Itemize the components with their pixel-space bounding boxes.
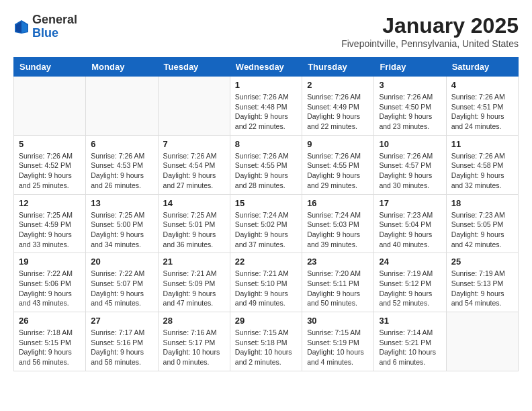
day-info: Sunrise: 7:22 AM Sunset: 5:06 PM Dayligh… <box>19 269 81 308</box>
calendar-cell: 13Sunrise: 7:25 AM Sunset: 5:00 PM Dayli… <box>86 194 158 253</box>
calendar-table: SundayMondayTuesdayWednesdayThursdayFrid… <box>13 57 519 371</box>
calendar-header-row: SundayMondayTuesdayWednesdayThursdayFrid… <box>14 58 519 77</box>
day-info: Sunrise: 7:26 AM Sunset: 4:57 PM Dayligh… <box>379 151 441 191</box>
calendar-cell <box>86 77 158 136</box>
day-number: 15 <box>235 198 297 208</box>
day-number: 22 <box>235 257 297 267</box>
day-number: 20 <box>91 257 152 267</box>
day-number: 6 <box>91 139 152 149</box>
calendar-cell: 31Sunrise: 7:14 AM Sunset: 5:21 PM Dayli… <box>374 312 446 371</box>
calendar-cell: 12Sunrise: 7:25 AM Sunset: 4:59 PM Dayli… <box>14 194 86 253</box>
calendar-header-wednesday: Wednesday <box>230 58 302 77</box>
day-number: 18 <box>451 198 513 208</box>
logo-icon <box>13 19 30 35</box>
day-number: 17 <box>379 198 441 208</box>
calendar-cell: 6Sunrise: 7:26 AM Sunset: 4:53 PM Daylig… <box>86 135 158 194</box>
calendar-cell: 3Sunrise: 7:26 AM Sunset: 4:50 PM Daylig… <box>374 77 446 136</box>
calendar-week-1: 1Sunrise: 7:26 AM Sunset: 4:48 PM Daylig… <box>14 77 519 136</box>
calendar-cell: 1Sunrise: 7:26 AM Sunset: 4:48 PM Daylig… <box>230 77 302 136</box>
logo-text: General Blue <box>32 13 77 40</box>
day-number: 24 <box>379 257 441 267</box>
day-info: Sunrise: 7:17 AM Sunset: 5:16 PM Dayligh… <box>91 328 152 367</box>
page: General Blue January 2025 Fivepointville… <box>0 0 532 378</box>
calendar-cell: 11Sunrise: 7:26 AM Sunset: 4:58 PM Dayli… <box>446 135 518 194</box>
day-info: Sunrise: 7:24 AM Sunset: 5:02 PM Dayligh… <box>235 210 297 250</box>
day-number: 23 <box>307 257 369 267</box>
day-info: Sunrise: 7:15 AM Sunset: 5:19 PM Dayligh… <box>307 328 369 367</box>
calendar-cell <box>446 312 518 371</box>
day-number: 4 <box>451 80 513 90</box>
day-info: Sunrise: 7:23 AM Sunset: 5:04 PM Dayligh… <box>379 210 441 250</box>
calendar-cell: 14Sunrise: 7:25 AM Sunset: 5:01 PM Dayli… <box>158 194 230 253</box>
calendar-week-3: 12Sunrise: 7:25 AM Sunset: 4:59 PM Dayli… <box>14 194 519 253</box>
calendar-cell: 22Sunrise: 7:21 AM Sunset: 5:10 PM Dayli… <box>230 253 302 312</box>
day-info: Sunrise: 7:14 AM Sunset: 5:21 PM Dayligh… <box>379 328 441 367</box>
calendar-cell: 26Sunrise: 7:18 AM Sunset: 5:15 PM Dayli… <box>14 312 86 371</box>
calendar-cell: 30Sunrise: 7:15 AM Sunset: 5:19 PM Dayli… <box>302 312 374 371</box>
day-number: 30 <box>307 316 369 326</box>
header: General Blue January 2025 Fivepointville… <box>13 13 519 49</box>
day-info: Sunrise: 7:26 AM Sunset: 4:55 PM Dayligh… <box>307 151 369 191</box>
calendar-header-monday: Monday <box>86 58 158 77</box>
day-info: Sunrise: 7:24 AM Sunset: 5:03 PM Dayligh… <box>307 210 369 250</box>
day-number: 16 <box>307 198 369 208</box>
day-number: 28 <box>163 316 225 326</box>
day-number: 3 <box>379 80 441 90</box>
logo-general-text: General <box>32 13 77 27</box>
calendar-cell: 5Sunrise: 7:26 AM Sunset: 4:52 PM Daylig… <box>14 135 86 194</box>
logo-blue-text: Blue <box>32 27 77 40</box>
day-number: 19 <box>19 257 81 267</box>
calendar-week-2: 5Sunrise: 7:26 AM Sunset: 4:52 PM Daylig… <box>14 135 519 194</box>
day-info: Sunrise: 7:19 AM Sunset: 5:13 PM Dayligh… <box>451 269 513 308</box>
day-info: Sunrise: 7:22 AM Sunset: 5:07 PM Dayligh… <box>91 269 152 308</box>
calendar-cell: 4Sunrise: 7:26 AM Sunset: 4:51 PM Daylig… <box>446 77 518 136</box>
calendar-cell: 24Sunrise: 7:19 AM Sunset: 5:12 PM Dayli… <box>374 253 446 312</box>
title-block: January 2025 Fivepointville, Pennsylvani… <box>341 13 519 49</box>
day-info: Sunrise: 7:16 AM Sunset: 5:17 PM Dayligh… <box>163 328 225 367</box>
location: Fivepointville, Pennsylvania, United Sta… <box>341 38 519 49</box>
day-number: 5 <box>19 139 81 149</box>
day-info: Sunrise: 7:18 AM Sunset: 5:15 PM Dayligh… <box>19 328 81 367</box>
calendar-cell: 28Sunrise: 7:16 AM Sunset: 5:17 PM Dayli… <box>158 312 230 371</box>
day-info: Sunrise: 7:25 AM Sunset: 4:59 PM Dayligh… <box>19 210 81 250</box>
day-info: Sunrise: 7:21 AM Sunset: 5:09 PM Dayligh… <box>163 269 225 308</box>
calendar-cell: 8Sunrise: 7:26 AM Sunset: 4:55 PM Daylig… <box>230 135 302 194</box>
day-info: Sunrise: 7:25 AM Sunset: 5:01 PM Dayligh… <box>163 210 225 250</box>
calendar-header-sunday: Sunday <box>14 58 86 77</box>
calendar-cell: 2Sunrise: 7:26 AM Sunset: 4:49 PM Daylig… <box>302 77 374 136</box>
day-number: 8 <box>235 139 297 149</box>
calendar-cell: 16Sunrise: 7:24 AM Sunset: 5:03 PM Dayli… <box>302 194 374 253</box>
day-number: 2 <box>307 80 369 90</box>
day-info: Sunrise: 7:26 AM Sunset: 4:50 PM Dayligh… <box>379 92 441 132</box>
day-number: 1 <box>235 80 297 90</box>
calendar-cell: 15Sunrise: 7:24 AM Sunset: 5:02 PM Dayli… <box>230 194 302 253</box>
day-info: Sunrise: 7:25 AM Sunset: 5:00 PM Dayligh… <box>91 210 152 250</box>
calendar-header-tuesday: Tuesday <box>158 58 230 77</box>
day-number: 14 <box>163 198 225 208</box>
day-info: Sunrise: 7:26 AM Sunset: 4:54 PM Dayligh… <box>163 151 225 191</box>
calendar-header-thursday: Thursday <box>302 58 374 77</box>
day-number: 26 <box>19 316 81 326</box>
calendar-cell: 17Sunrise: 7:23 AM Sunset: 5:04 PM Dayli… <box>374 194 446 253</box>
day-info: Sunrise: 7:26 AM Sunset: 4:51 PM Dayligh… <box>451 92 513 132</box>
day-info: Sunrise: 7:21 AM Sunset: 5:10 PM Dayligh… <box>235 269 297 308</box>
calendar-cell: 23Sunrise: 7:20 AM Sunset: 5:11 PM Dayli… <box>302 253 374 312</box>
day-number: 27 <box>91 316 152 326</box>
day-info: Sunrise: 7:26 AM Sunset: 4:58 PM Dayligh… <box>451 151 513 191</box>
day-number: 9 <box>307 139 369 149</box>
day-number: 13 <box>91 198 152 208</box>
calendar-cell: 25Sunrise: 7:19 AM Sunset: 5:13 PM Dayli… <box>446 253 518 312</box>
calendar-cell: 9Sunrise: 7:26 AM Sunset: 4:55 PM Daylig… <box>302 135 374 194</box>
day-info: Sunrise: 7:26 AM Sunset: 4:48 PM Dayligh… <box>235 92 297 132</box>
day-number: 11 <box>451 139 513 149</box>
day-number: 31 <box>379 316 441 326</box>
day-info: Sunrise: 7:26 AM Sunset: 4:52 PM Dayligh… <box>19 151 81 191</box>
calendar-cell: 27Sunrise: 7:17 AM Sunset: 5:16 PM Dayli… <box>86 312 158 371</box>
calendar-cell <box>14 77 86 136</box>
day-number: 10 <box>379 139 441 149</box>
day-info: Sunrise: 7:26 AM Sunset: 4:53 PM Dayligh… <box>91 151 152 191</box>
day-number: 25 <box>451 257 513 267</box>
calendar-cell: 18Sunrise: 7:23 AM Sunset: 5:05 PM Dayli… <box>446 194 518 253</box>
calendar-cell: 20Sunrise: 7:22 AM Sunset: 5:07 PM Dayli… <box>86 253 158 312</box>
calendar-cell: 21Sunrise: 7:21 AM Sunset: 5:09 PM Dayli… <box>158 253 230 312</box>
